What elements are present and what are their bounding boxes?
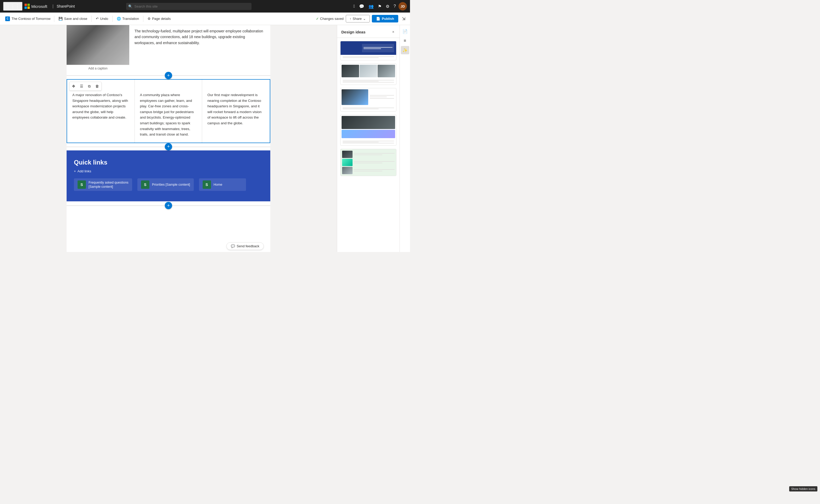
- translation-label: Translation: [122, 17, 139, 21]
- save-close-label: Save and close: [64, 17, 87, 21]
- design-card-5[interactable]: [340, 149, 396, 176]
- add-section-circle-icon-2[interactable]: +: [165, 143, 172, 150]
- changes-saved-label: Changes saved: [320, 17, 344, 21]
- col1-text: A major renovation of Contoso's Singapor…: [72, 92, 129, 120]
- page-details-icon: ⚙: [148, 17, 151, 21]
- link-item-1[interactable]: S Frequently asked questions[Sample cont…: [74, 178, 132, 191]
- share-label: Share: [353, 17, 362, 21]
- dc3-line-3: [370, 98, 394, 99]
- top-navigation: ⋮⋮⋮ Microsoft | SharePoint 🔍  💬 👥 ⚑ ⚙ ?…: [0, 0, 410, 13]
- nav-separator: |: [52, 4, 54, 9]
- link-text-3: Home: [214, 183, 222, 187]
- sl-2-2: [354, 163, 382, 163]
- duplicate-section-button[interactable]: ⧉: [86, 83, 93, 90]
- content-area[interactable]: Add a caption The technology-fueled, mul…: [0, 25, 337, 252]
- page-comment-button[interactable]: 📄: [401, 27, 409, 36]
- spiral-image: [67, 25, 129, 65]
- translation-button[interactable]: 🌐 Translation: [114, 15, 142, 22]
- image-caption[interactable]: Add a caption: [67, 65, 129, 72]
- logo-icon: [25, 4, 30, 9]
- design-card-2[interactable]: [340, 63, 396, 85]
- link-item-2[interactable]: S Priorities [Sample content]: [137, 178, 194, 191]
- col2-text: A community plaza where employees can ga…: [140, 92, 197, 137]
- add-links-button[interactable]: + Add links: [74, 169, 263, 173]
- microsoft-logo[interactable]: Microsoft: [25, 4, 47, 9]
- design-card-1-image: [341, 41, 396, 55]
- flag-icon[interactable]: ⚑: [376, 2, 383, 10]
- dc-line-2: [343, 57, 379, 58]
- link-text-2: Priorities [Sample content]: [152, 183, 190, 187]
- site-name-breadcrumb[interactable]: C The Contoso of Tomorrow: [3, 15, 52, 23]
- settings-icon[interactable]: ⚙: [384, 2, 391, 10]
- people-icon[interactable]: 👥: [367, 2, 375, 10]
- design-card-2-thumbs: [341, 64, 396, 78]
- dc4-line-2: [343, 142, 379, 142]
- sl-2-1: [354, 161, 395, 162]
- stacked-img-2: [342, 159, 353, 166]
- design-card-1[interactable]: [340, 41, 396, 60]
- column-3: Our first major redevelopment is nearing…: [202, 80, 270, 143]
- edit-section-button[interactable]: ☰: [78, 83, 85, 90]
- stacked-lines-1: [354, 151, 395, 158]
- question-icon[interactable]: ?: [392, 2, 397, 10]
- column-2: A community plaza where employees can ga…: [135, 80, 202, 143]
- design-card-3[interactable]: [340, 88, 396, 112]
- add-section-circle-icon[interactable]: +: [165, 72, 172, 79]
- undo-icon: ↶: [96, 17, 99, 21]
- layout-adjust-button[interactable]: ≡: [401, 37, 409, 45]
- thumb-1: [342, 65, 359, 77]
- site-name-label: The Contoso of Tomorrow: [11, 17, 50, 21]
- move-section-button[interactable]: ✥: [70, 83, 77, 90]
- publish-label: Publish: [382, 17, 394, 21]
- search-input[interactable]: [126, 3, 251, 10]
- toolbar-divider-4: [143, 16, 143, 22]
- design-card-2-text: [341, 78, 396, 85]
- help-community-icon[interactable]: : [352, 2, 356, 10]
- stacked-img-1: [342, 151, 353, 158]
- design-panel-content[interactable]: [337, 38, 400, 252]
- three-column-section: ✥ ☰ ⧉ 🗑 A major renovation of Contoso's …: [67, 79, 270, 143]
- image-text-section: Add a caption The technology-fueled, mul…: [67, 25, 270, 72]
- dc3-line-2: [370, 97, 387, 97]
- share-button[interactable]: ↑ Share ⌄: [346, 15, 370, 22]
- design-card-4[interactable]: [340, 115, 396, 146]
- save-close-button[interactable]: 💾 Save and close: [56, 15, 90, 22]
- add-section-button-1[interactable]: +: [67, 72, 270, 79]
- right-rail: 📄 ≡ ✨: [400, 25, 410, 252]
- add-section-button-2[interactable]: +: [67, 143, 270, 150]
- design-card-5-content: [341, 149, 396, 176]
- add-section-button-3[interactable]: +: [67, 202, 270, 209]
- send-feedback-button[interactable]: 💬 Send feedback: [226, 242, 264, 250]
- microsoft-label: Microsoft: [31, 4, 47, 9]
- thumb-2: [360, 65, 377, 77]
- share-icon: ↑: [350, 17, 352, 21]
- large-image: [342, 116, 395, 129]
- undo-button[interactable]: ↶ Undo: [93, 15, 111, 22]
- focus-mode-button[interactable]: ⇲: [400, 15, 407, 23]
- add-section-circle-icon-3[interactable]: +: [165, 202, 172, 209]
- design-ideas-toggle-button[interactable]: ✨: [401, 46, 409, 54]
- close-design-panel-button[interactable]: ×: [391, 29, 395, 35]
- sl-1-2: [354, 155, 382, 155]
- links-row: S Frequently asked questions[Sample cont…: [74, 178, 263, 191]
- sharepoint-label: SharePoint: [57, 4, 75, 8]
- page-content: Add a caption The technology-fueled, mul…: [67, 25, 270, 252]
- waffle-menu-button[interactable]: ⋮⋮⋮: [3, 2, 22, 11]
- toolbar-right-group: ✓ Changes saved ↑ Share ⌄ 📄 Publish ⇲: [316, 15, 407, 23]
- stacked-lines-3: [354, 167, 395, 174]
- dc3b-line-2: [343, 109, 379, 109]
- link-item-3[interactable]: S Home: [199, 178, 246, 191]
- dc2-line-3: [343, 82, 394, 83]
- page-details-button[interactable]: ⚙ Page details: [145, 15, 173, 22]
- feedback-icon[interactable]: 💬: [358, 2, 366, 10]
- stacked-item-1: [342, 151, 395, 158]
- checkmark-icon: ✓: [316, 17, 319, 21]
- publish-button[interactable]: 📄 Publish: [372, 15, 398, 22]
- delete-section-button[interactable]: 🗑: [93, 83, 101, 90]
- mini-line-1: [364, 47, 393, 48]
- avatar[interactable]: JD: [399, 2, 407, 10]
- split-text: [369, 89, 395, 105]
- design-card-4-content: [341, 115, 396, 139]
- main-layout: Add a caption The technology-fueled, mul…: [0, 25, 410, 252]
- quick-links-title: Quick links: [74, 159, 263, 166]
